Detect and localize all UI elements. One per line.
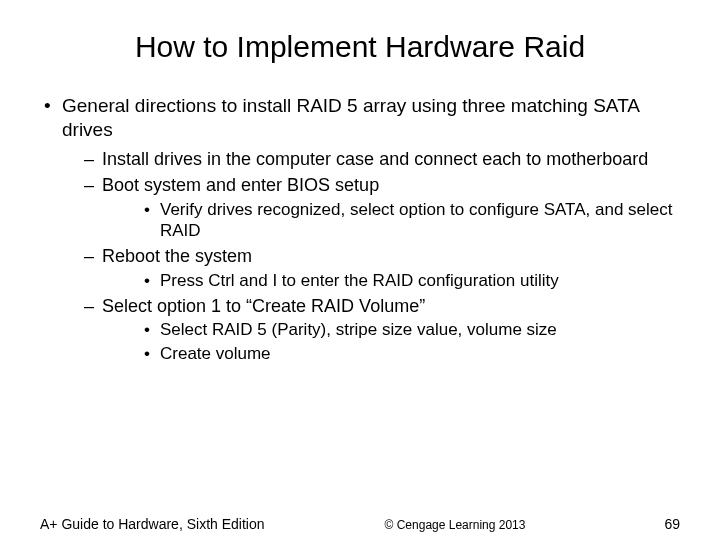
- list-item: Reboot the system Press Ctrl and I to en…: [62, 245, 680, 291]
- bullet-list-level2: Install drives in the computer case and …: [62, 148, 680, 364]
- list-item: Verify drives recognized, select option …: [102, 199, 680, 242]
- list-item: Select option 1 to “Create RAID Volume” …: [62, 295, 680, 364]
- slide-footer: A+ Guide to Hardware, Sixth Edition © Ce…: [40, 516, 680, 532]
- bullet-text: General directions to install RAID 5 arr…: [62, 95, 639, 140]
- list-item: General directions to install RAID 5 arr…: [40, 94, 680, 364]
- list-item: Press Ctrl and I to enter the RAID confi…: [102, 270, 680, 291]
- footer-copyright: © Cengage Learning 2013: [270, 516, 640, 532]
- bullet-list-level3: Verify drives recognized, select option …: [102, 199, 680, 242]
- bullet-text: Select RAID 5 (Parity), stripe size valu…: [160, 320, 557, 339]
- bullet-list-level1: General directions to install RAID 5 arr…: [40, 94, 680, 364]
- footer-book-title: A+ Guide to Hardware, Sixth Edition: [40, 516, 270, 532]
- bullet-text: Create volume: [160, 344, 271, 363]
- list-item: Select RAID 5 (Parity), stripe size valu…: [102, 319, 680, 340]
- list-item: Install drives in the computer case and …: [62, 148, 680, 171]
- bullet-text: Select option 1 to “Create RAID Volume”: [102, 296, 425, 316]
- slide: How to Implement Hardware Raid General d…: [0, 0, 720, 540]
- slide-title: How to Implement Hardware Raid: [40, 30, 680, 64]
- list-item: Create volume: [102, 343, 680, 364]
- list-item: Boot system and enter BIOS setup Verify …: [62, 174, 680, 241]
- bullet-list-level3: Press Ctrl and I to enter the RAID confi…: [102, 270, 680, 291]
- bullet-text: Press Ctrl and I to enter the RAID confi…: [160, 271, 559, 290]
- bullet-text: Verify drives recognized, select option …: [160, 200, 672, 240]
- bullet-text: Boot system and enter BIOS setup: [102, 175, 379, 195]
- bullet-text: Install drives in the computer case and …: [102, 149, 648, 169]
- bullet-text: Reboot the system: [102, 246, 252, 266]
- footer-page-number: 69: [640, 516, 680, 532]
- slide-content: General directions to install RAID 5 arr…: [40, 94, 680, 364]
- bullet-list-level3: Select RAID 5 (Parity), stripe size valu…: [102, 319, 680, 364]
